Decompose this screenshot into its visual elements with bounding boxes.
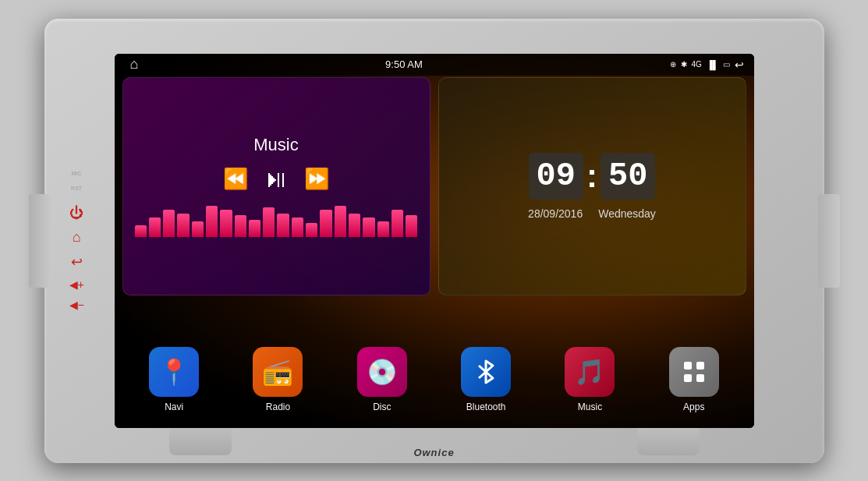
power-button[interactable]: ⏻ bbox=[69, 205, 83, 221]
clock-time-display: 09 : 50 bbox=[529, 153, 656, 200]
apps-app-icon[interactable]: Apps bbox=[669, 347, 719, 412]
svg-rect-3 bbox=[696, 374, 704, 382]
bluetooth-label: Bluetooth bbox=[466, 401, 506, 412]
music-app-icon[interactable]: 🎵 Music bbox=[565, 347, 615, 412]
signal-status-icon: 4G bbox=[692, 60, 702, 69]
status-right: ⊕ ✱ 4G ▐▌ ▭ ↩ bbox=[670, 58, 745, 71]
music-widget: Music ⏪ ⏯ ⏩ bbox=[122, 77, 430, 295]
bracket-bottom-left bbox=[169, 424, 232, 455]
disc-label: Disc bbox=[373, 401, 391, 412]
disc-icon: 💿 bbox=[367, 357, 398, 387]
status-left: ⌂ bbox=[124, 56, 139, 73]
music-controls: ⏪ ⏯ ⏩ bbox=[223, 164, 329, 193]
disc-app-icon[interactable]: 💿 Disc bbox=[357, 347, 407, 412]
navi-icon: 📍 bbox=[158, 357, 190, 387]
clock-date-display: 28/09/2016 Wednesday bbox=[528, 207, 656, 220]
rewind-button[interactable]: ⏪ bbox=[223, 167, 248, 191]
app-icons-row: 📍 Navi 📻 Radio 💿 Disc bbox=[122, 347, 746, 412]
svg-rect-2 bbox=[684, 374, 692, 382]
status-time: 9:50 AM bbox=[385, 58, 423, 70]
home-icon[interactable]: ⌂ bbox=[130, 56, 139, 73]
clock-hour: 09 bbox=[529, 153, 583, 200]
clock-widget: 09 : 50 28/09/2016 Wednesday bbox=[438, 77, 746, 295]
bracket-right bbox=[818, 194, 840, 288]
bluetooth-icon bbox=[472, 358, 500, 386]
head-unit: MIC RST ⏻ ⌂ ↩ ◀+ ◀− ⌂ 9:50 AM ⊕ ✱ 4G ▐▌ … bbox=[44, 19, 824, 463]
location-status-icon: ⊕ bbox=[670, 60, 676, 69]
side-controls: MIC RST ⏻ ⌂ ↩ ◀+ ◀− bbox=[69, 171, 84, 311]
radio-label: Radio bbox=[266, 401, 290, 412]
main-screen: ⌂ 9:50 AM ⊕ ✱ 4G ▐▌ ▭ ↩ Music ⏪ ⏯ ⏩ bbox=[115, 54, 754, 428]
battery-status-icon: ▭ bbox=[723, 60, 730, 69]
back-nav-icon[interactable]: ↩ bbox=[735, 58, 744, 71]
home-button[interactable]: ⌂ bbox=[73, 229, 81, 246]
mic-label: MIC bbox=[72, 171, 82, 176]
rst-label: RST bbox=[71, 186, 82, 191]
back-button[interactable]: ↩ bbox=[71, 253, 83, 271]
clock-minute: 50 bbox=[601, 153, 655, 200]
navi-icon-circle: 📍 bbox=[149, 347, 199, 397]
bluetooth-status-icon: ✱ bbox=[681, 60, 687, 69]
navi-label: Navi bbox=[165, 401, 183, 412]
vol-up-button[interactable]: ◀+ bbox=[69, 278, 84, 291]
bluetooth-icon-circle bbox=[461, 347, 511, 397]
clock-day-value: Wednesday bbox=[598, 207, 656, 220]
status-bar: ⌂ 9:50 AM ⊕ ✱ 4G ▐▌ ▭ ↩ bbox=[115, 54, 754, 76]
widgets-area: Music ⏪ ⏯ ⏩ 09 : 50 28/09/2016 Wedn bbox=[122, 77, 746, 295]
music-icon: 🎵 bbox=[574, 357, 605, 387]
svg-rect-1 bbox=[696, 362, 704, 370]
clock-date-value: 28/09/2016 bbox=[528, 207, 583, 220]
radio-icon-circle: 📻 bbox=[253, 347, 303, 397]
play-pause-button[interactable]: ⏯ bbox=[264, 164, 289, 193]
apps-label: Apps bbox=[683, 401, 704, 412]
equalizer bbox=[135, 206, 418, 237]
bracket-bottom-right bbox=[637, 424, 700, 455]
bluetooth-app-icon[interactable]: Bluetooth bbox=[461, 347, 511, 412]
bracket-left bbox=[29, 194, 51, 288]
vol-down-button[interactable]: ◀− bbox=[69, 299, 84, 311]
music-icon-circle: 🎵 bbox=[565, 347, 615, 397]
music-label: Music bbox=[578, 401, 602, 412]
signal-bars-icon: ▐▌ bbox=[707, 60, 719, 69]
time-colon: : bbox=[586, 157, 597, 195]
radio-icon: 📻 bbox=[262, 357, 293, 387]
radio-app-icon[interactable]: 📻 Radio bbox=[253, 347, 303, 412]
disc-icon-circle: 💿 bbox=[357, 347, 407, 397]
navi-app-icon[interactable]: 📍 Navi bbox=[149, 347, 199, 412]
brand-label: Ownice bbox=[413, 447, 454, 458]
apps-icon-circle bbox=[669, 347, 719, 397]
svg-rect-0 bbox=[684, 362, 692, 370]
fast-forward-button[interactable]: ⏩ bbox=[304, 167, 329, 191]
music-widget-title: Music bbox=[253, 135, 298, 155]
apps-grid-icon bbox=[680, 358, 708, 386]
